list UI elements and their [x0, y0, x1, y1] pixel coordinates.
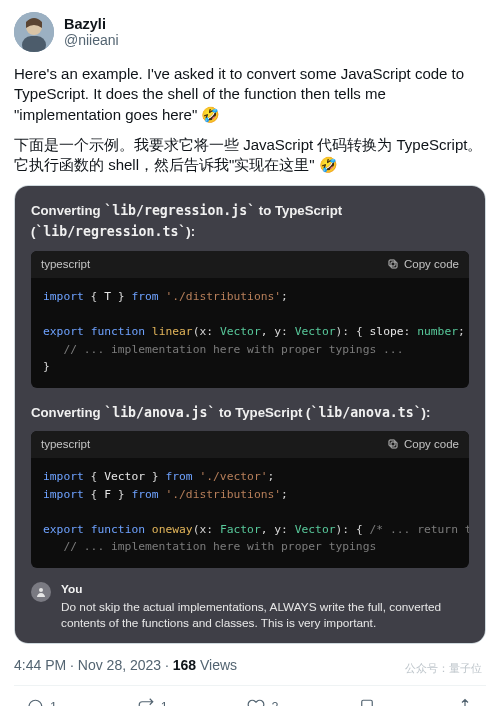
- handle[interactable]: @niieani: [64, 32, 119, 48]
- tweet-meta: 4:44 PM · Nov 28, 2023 · 168 Views: [14, 656, 486, 685]
- code-content-1: import { T } from './distributions'; exp…: [31, 278, 469, 388]
- retweet-icon: [137, 698, 155, 706]
- copy-code-button[interactable]: Copy code: [387, 437, 459, 453]
- section-heading-1: Converting `lib/regression.js` to TypeSc…: [31, 200, 469, 242]
- tweet-body: Here's an example. I've asked it to conv…: [14, 64, 486, 175]
- rofl-emoji: 🤣: [319, 155, 338, 175]
- code-toolbar: typescript Copy code: [31, 251, 469, 279]
- copy-code-button[interactable]: Copy code: [387, 257, 459, 273]
- reply-icon: [26, 698, 44, 706]
- code-content-2: import { Vector } from './vector'; impor…: [31, 458, 469, 568]
- svg-rect-3: [391, 262, 397, 268]
- section-heading-2: Converting `lib/anova.js` to TypeScript …: [31, 402, 469, 423]
- reply-count: 1: [50, 699, 57, 706]
- tweet-container: Bazyli @niieani Here's an example. I've …: [0, 0, 500, 706]
- tweet-header: Bazyli @niieani: [14, 12, 486, 52]
- user-message-text: Do not skip the actual implementations, …: [61, 600, 469, 632]
- svg-rect-6: [389, 440, 395, 446]
- user-message: You Do not skip the actual implementatio…: [31, 582, 469, 632]
- user-avatar: [31, 582, 51, 602]
- tweet-date[interactable]: Nov 28, 2023: [78, 657, 161, 673]
- heart-icon: [247, 698, 265, 706]
- code-toolbar: typescript Copy code: [31, 431, 469, 459]
- bookmark-icon: [358, 698, 376, 706]
- share-icon: [456, 698, 474, 706]
- svg-rect-5: [391, 442, 397, 448]
- copy-icon: [387, 438, 399, 450]
- body-paragraph-en: Here's an example. I've asked it to conv…: [14, 64, 486, 125]
- reply-button[interactable]: 1: [20, 694, 63, 706]
- retweet-count: 1: [161, 699, 168, 706]
- svg-rect-4: [389, 260, 395, 266]
- views-count: 168: [173, 657, 196, 673]
- user-icon: [35, 586, 47, 598]
- embedded-image[interactable]: Converting `lib/regression.js` to TypeSc…: [14, 185, 486, 644]
- code-language-label: typescript: [41, 437, 90, 453]
- code-language-label: typescript: [41, 257, 90, 273]
- rofl-emoji: 🤣: [201, 105, 220, 125]
- like-button[interactable]: 2: [241, 694, 284, 706]
- views-label: Views: [196, 657, 237, 673]
- display-name[interactable]: Bazyli: [64, 16, 119, 33]
- avatar[interactable]: [14, 12, 54, 52]
- user-name-label: You: [61, 582, 469, 598]
- code-block-1: typescript Copy code import { T } from '…: [31, 251, 469, 388]
- body-paragraph-zh: 下面是一个示例。我要求它将一些 JavaScript 代码转换为 TypeScr…: [14, 135, 486, 176]
- svg-point-7: [39, 588, 43, 592]
- chatgpt-panel: Converting `lib/regression.js` to TypeSc…: [15, 186, 485, 643]
- tweet-time[interactable]: 4:44 PM: [14, 657, 66, 673]
- svg-rect-2: [22, 36, 46, 52]
- tweet-actions: 1 1 2: [14, 685, 486, 706]
- retweet-button[interactable]: 1: [131, 694, 174, 706]
- bookmark-button[interactable]: [352, 694, 382, 706]
- like-count: 2: [271, 699, 278, 706]
- code-block-2: typescript Copy code import { Vector } f…: [31, 431, 469, 568]
- copy-icon: [387, 258, 399, 270]
- share-button[interactable]: [450, 694, 480, 706]
- author-block: Bazyli @niieani: [64, 16, 119, 49]
